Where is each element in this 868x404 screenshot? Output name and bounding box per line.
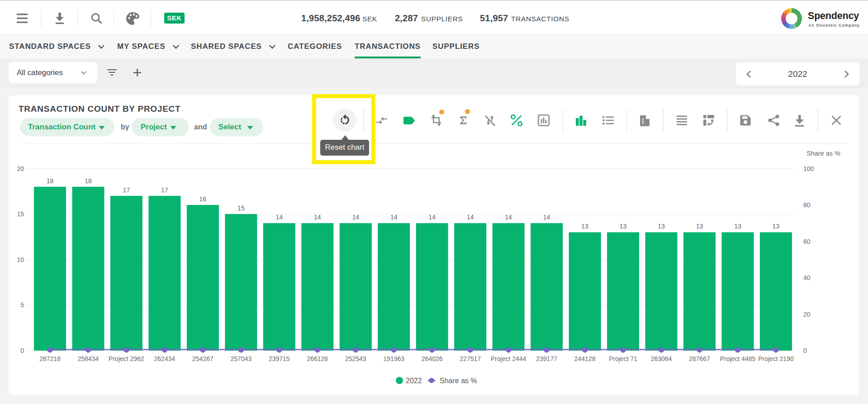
svg-text:13: 13 (773, 223, 780, 230)
svg-text:14: 14 (352, 214, 360, 221)
svg-text:2022: 2022 (406, 377, 422, 385)
svg-text:287218: 287218 (39, 355, 61, 362)
svg-text:0: 0 (803, 347, 807, 354)
svg-text:20: 20 (17, 165, 24, 172)
svg-text:14: 14 (543, 214, 550, 221)
svg-text:18: 18 (47, 177, 54, 185)
svg-text:0: 0 (20, 347, 24, 354)
svg-text:Project 2444: Project 2444 (491, 355, 526, 362)
svg-text:227517: 227517 (460, 355, 481, 362)
svg-text:14: 14 (505, 214, 512, 221)
svg-text:267667: 267667 (689, 355, 710, 362)
svg-text:262434: 262434 (154, 355, 175, 362)
svg-text:239177: 239177 (536, 355, 557, 362)
svg-text:60: 60 (803, 238, 811, 245)
svg-text:13: 13 (658, 223, 665, 230)
svg-text:20: 20 (803, 311, 811, 318)
svg-text:40: 40 (803, 274, 811, 281)
svg-text:257043: 257043 (231, 355, 252, 362)
svg-text:100: 100 (803, 165, 814, 172)
svg-text:Project 71: Project 71 (609, 355, 637, 362)
svg-text:252543: 252543 (345, 355, 366, 362)
svg-text:13: 13 (620, 223, 627, 230)
svg-text:14: 14 (428, 214, 436, 221)
svg-text:13: 13 (581, 223, 588, 230)
svg-text:80: 80 (803, 201, 811, 209)
svg-text:18: 18 (85, 177, 92, 185)
svg-text:258434: 258434 (78, 355, 99, 362)
svg-text:14: 14 (276, 214, 283, 221)
svg-text:254267: 254267 (192, 355, 213, 362)
svg-text:15: 15 (17, 210, 24, 218)
svg-text:191963: 191963 (383, 355, 404, 362)
svg-text:10: 10 (17, 256, 24, 263)
svg-text:14: 14 (390, 214, 398, 221)
svg-text:13: 13 (734, 223, 741, 230)
svg-text:239715: 239715 (269, 355, 290, 362)
svg-text:5: 5 (20, 301, 24, 309)
svg-text:266126: 266126 (307, 355, 328, 362)
svg-text:263084: 263084 (651, 355, 672, 362)
svg-text:17: 17 (123, 186, 130, 194)
svg-text:15: 15 (237, 204, 245, 212)
svg-text:13: 13 (696, 223, 703, 230)
svg-text:14: 14 (467, 214, 474, 221)
svg-text:264026: 264026 (422, 355, 443, 362)
svg-text:17: 17 (161, 186, 168, 194)
svg-text:Project 4485: Project 4485 (720, 355, 756, 362)
svg-text:16: 16 (199, 195, 207, 203)
svg-text:Project 2190: Project 2190 (758, 355, 794, 362)
svg-text:Share as %: Share as % (806, 150, 840, 157)
svg-text:244128: 244128 (574, 355, 596, 362)
svg-text:Project 2962: Project 2962 (109, 355, 144, 362)
svg-text:14: 14 (314, 214, 321, 221)
svg-text:Share as %: Share as % (440, 377, 477, 385)
